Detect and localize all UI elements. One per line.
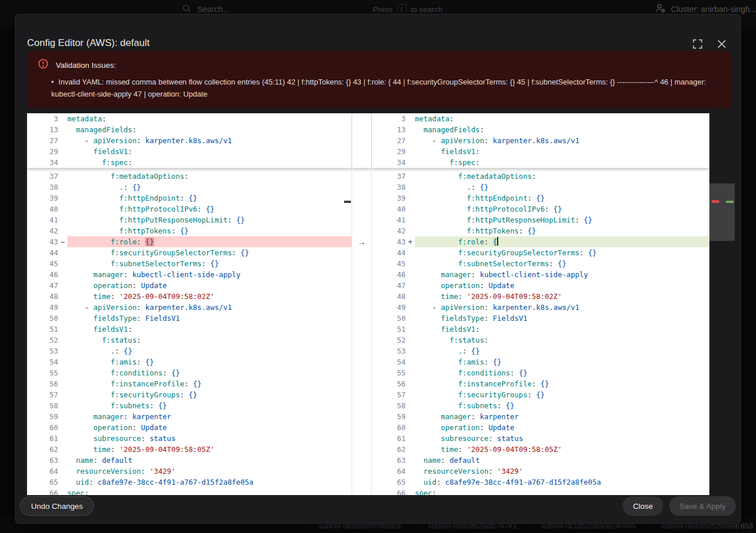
code-content[interactable]: 37 f:metadataOptions:38 .: {}39 f:httpEn… [372, 171, 709, 495]
code-line[interactable]: 29 fieldsV1: [27, 146, 352, 157]
code-line[interactable]: 46 manager: kubectl-client-side-apply [27, 269, 352, 280]
code-line[interactable]: 54 f:amis: {} [372, 356, 709, 367]
code-line[interactable]: 66spec: [372, 488, 709, 495]
code-line[interactable]: 56 f:instanceProfile: {} [27, 378, 352, 389]
code-line[interactable]: 45 f:subnetSelectorTerms: {} [27, 258, 352, 269]
code-line[interactable]: 54 f:amis: {} [27, 356, 352, 367]
code-line[interactable]: 37 f:metadataOptions: [372, 171, 709, 182]
line-number: 42 [372, 225, 406, 236]
code-line[interactable]: 41 f:httpPutResponseHopLimit: {} [372, 214, 709, 225]
diff-pane-original[interactable]: 3metadata:13 managedFields:27 - apiVersi… [27, 113, 352, 495]
code-line[interactable]: 59 manager: karpenter [27, 411, 352, 422]
code-line[interactable]: 48 time: '2025-09-04T09:58:02Z' [27, 291, 352, 302]
code-line[interactable]: 51 fieldsV1: [372, 324, 709, 335]
code-line[interactable]: 39 f:httpEndpoint: {} [27, 193, 352, 204]
line-number: 45 [27, 258, 58, 269]
code-line[interactable]: 53 .: {} [372, 346, 709, 356]
code-line[interactable]: 51 fieldsV1: [27, 324, 352, 335]
code-line[interactable]: 63 name: default [372, 455, 709, 466]
code-line[interactable]: 42 f:httpTokens: {} [27, 225, 352, 236]
line-number: 42 [27, 225, 58, 236]
code-line[interactable]: 29 fieldsV1: [372, 146, 709, 157]
code-line[interactable]: 52 f:status: [372, 335, 709, 346]
code-line[interactable]: 63 name: default [27, 455, 352, 466]
code-line[interactable]: 60 operation: Update [27, 422, 352, 433]
code-line[interactable]: 38 .: {} [372, 182, 709, 193]
code-line[interactable]: 49 - apiVersion: karpenter.k8s.aws/v1 [372, 302, 709, 313]
diff-sign [58, 135, 67, 146]
revert-change-arrow[interactable]: → [352, 236, 371, 247]
line-number: 50 [27, 313, 58, 324]
line-number: 57 [27, 389, 58, 400]
line-number: 51 [372, 324, 406, 335]
code-line[interactable]: 55 f:conditions: {} [27, 367, 352, 378]
code-line[interactable]: 34 f:spec: [372, 157, 709, 168]
diff-sign [406, 135, 415, 146]
diff-sign: − [58, 236, 67, 247]
code-line[interactable]: 42 f:httpTokens: {} [372, 225, 709, 236]
code-line[interactable]: 57 f:securityGroups: {} [27, 389, 352, 400]
code-line[interactable]: 59 manager: karpenter [372, 411, 709, 422]
code-line[interactable]: 60 operation: Update [372, 422, 709, 433]
code-line[interactable]: 3metadata: [372, 113, 709, 124]
code-line[interactable]: 62 time: '2025-09-04T09:58:05Z' [27, 444, 352, 455]
line-number: 46 [27, 269, 58, 280]
code-line[interactable]: 65 uid: c8afe97e-38cc-4f91-a767-d15f2a8f… [27, 477, 352, 488]
code-line[interactable]: 49 - apiVersion: karpenter.k8s.aws/v1 [27, 302, 352, 313]
line-number: 59 [372, 411, 406, 422]
scrollbar-thumb[interactable] [709, 183, 735, 241]
code-line[interactable]: 34 f:spec: [27, 157, 352, 168]
code-line[interactable]: 64 resourceVersion: '3429' [372, 466, 709, 477]
code-line[interactable]: 40 f:httpProtocolIPv6: {} [27, 204, 352, 214]
code-line[interactable]: 40 f:httpProtocolIPv6: {} [372, 204, 709, 214]
code-line[interactable]: 50 fieldsType: FieldsV1 [27, 313, 352, 324]
code-line[interactable]: 3metadata: [27, 113, 352, 124]
code-line[interactable]: 45 f:subnetSelectorTerms: {} [372, 258, 709, 269]
undo-changes-button[interactable]: Undo Changes [20, 496, 94, 516]
yaml-diff-editor: 3metadata:13 managedFields:27 - apiVersi… [27, 113, 735, 495]
code-line[interactable]: 41 f:httpPutResponseHopLimit: {} [27, 214, 352, 225]
save-apply-button[interactable]: Save & Apply [669, 496, 736, 516]
code-line[interactable]: 46 manager: kubectl-client-side-apply [372, 269, 709, 280]
code-line[interactable]: 66spec: [27, 488, 352, 495]
code-line[interactable]: 57 f:securityGroups: {} [372, 389, 709, 400]
code-line[interactable]: 47 operation: Update [27, 280, 352, 291]
code-line[interactable]: 61 subresource: status [372, 433, 709, 444]
code-line[interactable]: 27 - apiVersion: karpenter.k8s.aws/v1 [27, 135, 352, 146]
line-number: 41 [27, 214, 58, 225]
diff-sign [58, 367, 67, 378]
close-button[interactable] [715, 39, 728, 51]
code-line[interactable]: 44 f:securityGroupSelectorTerms: {} [372, 247, 709, 258]
code-line[interactable]: 27 - apiVersion: karpenter.k8s.aws/v1 [372, 135, 709, 146]
line-number: 39 [27, 193, 58, 204]
code-line[interactable]: 62 time: '2025-09-04T09:58:05Z' [372, 444, 709, 455]
code-line[interactable]: 13 managedFields: [372, 124, 709, 135]
code-line[interactable]: 58 f:subnets: {} [372, 400, 709, 411]
code-line[interactable]: 44 f:securityGroupSelectorTerms: {} [27, 247, 352, 258]
code-line[interactable]: 58 f:subnets: {} [27, 400, 352, 411]
code-line[interactable]: 13 managedFields: [27, 124, 352, 135]
diff-gutter: → [352, 113, 372, 495]
code-line[interactable]: 43+ f:role: { [372, 236, 709, 247]
code-line[interactable]: 39 f:httpEndpoint: {} [372, 193, 709, 204]
code-line[interactable]: 37 f:metadataOptions: [27, 171, 352, 182]
diff-sign [58, 193, 67, 204]
code-content[interactable]: 37 f:metadataOptions:38 .: {}39 f:httpEn… [27, 171, 352, 495]
code-line[interactable]: 52 f:status: [27, 335, 352, 346]
fullscreen-button[interactable] [691, 39, 704, 51]
code-line[interactable]: 50 fieldsType: FieldsV1 [372, 313, 709, 324]
code-line[interactable]: 48 time: '2025-09-04T09:58:02Z' [372, 291, 709, 302]
code-line[interactable]: 65 uid: c8afe97e-38cc-4f91-a767-d15f2a8f… [372, 477, 709, 488]
code-line[interactable]: 55 f:conditions: {} [372, 367, 709, 378]
code-line[interactable]: 43− f:role: {} [27, 236, 352, 247]
code-line[interactable]: 56 f:instanceProfile: {} [372, 378, 709, 389]
code-line[interactable]: 64 resourceVersion: '3429' [27, 466, 352, 477]
code-line[interactable]: 53 .: {} [27, 346, 352, 356]
close-dialog-button[interactable]: Close [623, 496, 663, 516]
diff-sign [406, 258, 415, 269]
code-line[interactable]: 38 .: {} [27, 182, 352, 193]
line-number: 65 [372, 477, 406, 488]
code-line[interactable]: 61 subresource: status [27, 433, 352, 444]
diff-pane-modified[interactable]: 3metadata:13 managedFields:27 - apiVersi… [372, 113, 709, 495]
code-line[interactable]: 47 operation: Update [372, 280, 709, 291]
